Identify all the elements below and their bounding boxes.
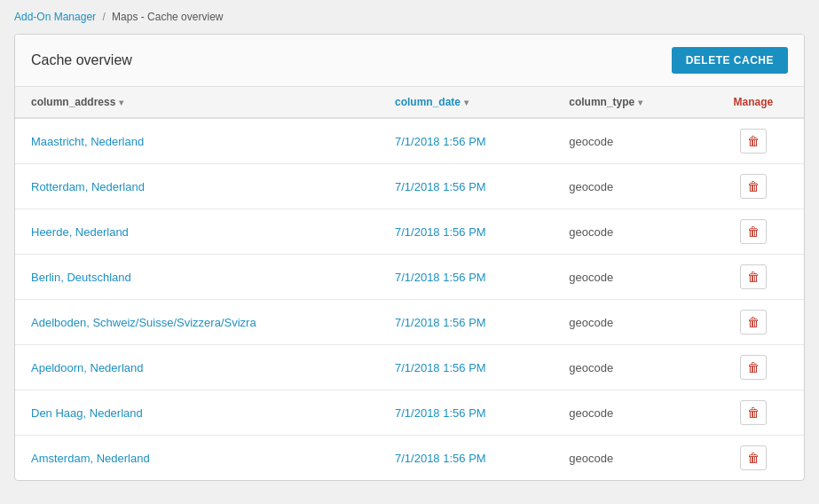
- page-wrapper: Add-On Manager / Maps - Cache overview C…: [0, 0, 819, 492]
- cell-date: 7/1/2018 1:56 PM: [379, 345, 553, 390]
- col-date-sort-icon: ▾: [464, 98, 469, 107]
- col-date-label: column_date: [395, 96, 461, 108]
- col-type-sort[interactable]: column_type ▾: [569, 96, 642, 108]
- cell-date: 7/1/2018 1:56 PM: [379, 390, 553, 436]
- cell-date: 7/1/2018 1:56 PM: [379, 209, 553, 255]
- cell-action: 🗑: [703, 118, 804, 164]
- delete-row-button[interactable]: 🗑: [740, 264, 767, 289]
- cell-action: 🗑: [703, 255, 804, 300]
- cell-type: geocode: [553, 436, 702, 481]
- delete-row-button[interactable]: 🗑: [740, 310, 767, 335]
- panel-header: Cache overview DELETE CACHE: [15, 35, 804, 87]
- cell-address: Den Haag, Nederland: [15, 390, 379, 436]
- cell-action: 🗑: [703, 164, 804, 209]
- cell-address: Maastricht, Nederland: [15, 118, 379, 164]
- cell-address: Rotterdam, Nederland: [15, 164, 379, 209]
- cell-action: 🗑: [703, 300, 804, 345]
- cell-date: 7/1/2018 1:56 PM: [379, 255, 553, 300]
- delete-row-button[interactable]: 🗑: [740, 219, 767, 244]
- table-row: Berlin, Deutschland7/1/2018 1:56 PMgeoco…: [15, 255, 804, 300]
- col-type-label: column_type: [569, 96, 634, 108]
- breadcrumb-current: Maps - Cache overview: [112, 11, 223, 23]
- table-body: Maastricht, Nederland7/1/2018 1:56 PMgeo…: [15, 118, 804, 480]
- cell-date: 7/1/2018 1:56 PM: [379, 118, 553, 164]
- table-row: Adelboden, Schweiz/Suisse/Svizzera/Svizr…: [15, 300, 804, 345]
- col-address-sort[interactable]: column_address ▾: [31, 96, 123, 108]
- col-header-date: column_date ▾: [379, 87, 553, 118]
- cell-address: Adelboden, Schweiz/Suisse/Svizzera/Svizr…: [15, 300, 379, 345]
- cell-action: 🗑: [703, 390, 804, 436]
- col-date-sort[interactable]: column_date ▾: [395, 96, 469, 108]
- table-row: Heerde, Nederland7/1/2018 1:56 PMgeocode…: [15, 209, 804, 255]
- cell-address: Heerde, Nederland: [15, 209, 379, 255]
- col-type-sort-icon: ▾: [638, 98, 642, 107]
- table-header-row: column_address ▾ column_date ▾ column_ty…: [15, 87, 804, 118]
- cell-date: 7/1/2018 1:56 PM: [379, 164, 553, 209]
- table-row: Apeldoorn, Nederland7/1/2018 1:56 PMgeoc…: [15, 345, 804, 390]
- delete-row-button[interactable]: 🗑: [740, 445, 767, 470]
- col-header-address: column_address ▾: [15, 87, 379, 118]
- cell-address: Berlin, Deutschland: [15, 255, 379, 300]
- cache-panel: Cache overview DELETE CACHE column_addre…: [14, 34, 805, 481]
- cell-type: geocode: [553, 390, 702, 436]
- cell-type: geocode: [553, 255, 702, 300]
- cell-action: 🗑: [703, 209, 804, 255]
- breadcrumb-separator: /: [102, 11, 105, 23]
- cell-type: geocode: [553, 345, 702, 390]
- cell-address: Amsterdam, Nederland: [15, 436, 379, 481]
- cell-date: 7/1/2018 1:56 PM: [379, 300, 553, 345]
- cell-type: geocode: [553, 209, 702, 255]
- cell-address: Apeldoorn, Nederland: [15, 345, 379, 390]
- col-manage-label: Manage: [734, 96, 774, 108]
- breadcrumb-parent-link[interactable]: Add-On Manager: [14, 11, 96, 23]
- cache-table: column_address ▾ column_date ▾ column_ty…: [15, 87, 804, 480]
- cell-date: 7/1/2018 1:56 PM: [379, 436, 553, 481]
- cell-type: geocode: [553, 300, 702, 345]
- table-row: Rotterdam, Nederland7/1/2018 1:56 PMgeoc…: [15, 164, 804, 209]
- delete-row-button[interactable]: 🗑: [740, 355, 767, 380]
- col-address-sort-icon: ▾: [119, 98, 123, 107]
- table-row: Den Haag, Nederland7/1/2018 1:56 PMgeoco…: [15, 390, 804, 436]
- breadcrumb: Add-On Manager / Maps - Cache overview: [14, 11, 805, 23]
- cell-action: 🗑: [703, 436, 804, 481]
- delete-row-button[interactable]: 🗑: [740, 129, 767, 154]
- cell-type: geocode: [553, 164, 702, 209]
- table-row: Amsterdam, Nederland7/1/2018 1:56 PMgeoc…: [15, 436, 804, 481]
- delete-row-button[interactable]: 🗑: [740, 174, 767, 199]
- col-address-label: column_address: [31, 96, 115, 108]
- col-header-manage: Manage: [703, 87, 804, 118]
- page-title: Cache overview: [31, 52, 132, 68]
- table-row: Maastricht, Nederland7/1/2018 1:56 PMgeo…: [15, 118, 804, 164]
- cell-action: 🗑: [703, 345, 804, 390]
- delete-cache-button[interactable]: DELETE CACHE: [672, 47, 788, 74]
- delete-row-button[interactable]: 🗑: [740, 400, 767, 425]
- col-header-type: column_type ▾: [553, 87, 702, 118]
- cell-type: geocode: [553, 118, 702, 164]
